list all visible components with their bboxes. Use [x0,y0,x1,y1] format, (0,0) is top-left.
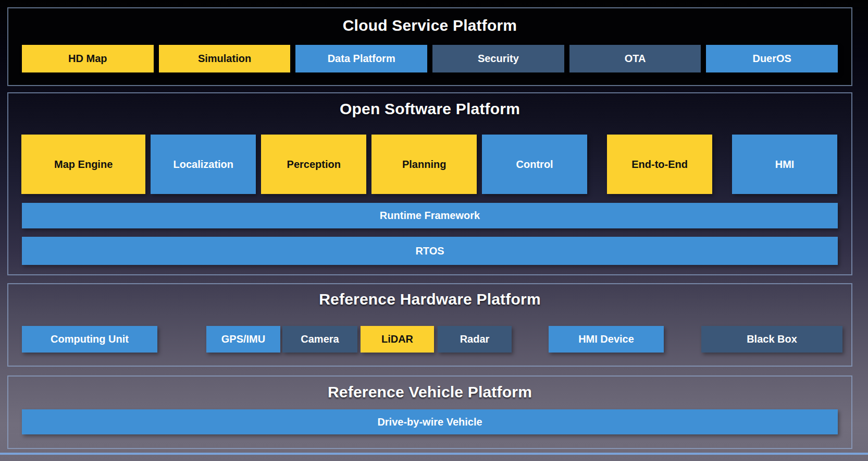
block-camera: Camera [282,326,357,353]
block-hmi: HMI [732,135,837,194]
block-drive-by-wire-vehicle: Drive-by-wire Vehicle [22,409,838,434]
block-security: Security [432,45,564,72]
hardware-blocks-row: Computing Unit GPS/IMU Camera LiDAR Rada… [22,326,842,353]
block-hmi-device: HMI Device [549,326,664,353]
block-planning: Planning [371,135,477,194]
block-black-box: Black Box [701,326,842,353]
cloud-platform-title: Cloud Service Platform [8,17,851,34]
block-lidar: LiDAR [361,326,434,353]
cloud-blocks-row: HD Map Simulation Data Platform Security… [22,45,838,72]
block-data-platform: Data Platform [295,45,427,72]
block-gps-imu: GPS/IMU [206,326,280,353]
block-map-engine: Map Engine [21,135,145,194]
bottom-divider-line [0,453,868,455]
block-control: Control [482,135,587,194]
block-radar: Radar [438,326,512,353]
block-end-to-end: End-to-End [607,135,712,194]
block-hd-map: HD Map [22,45,154,72]
block-localization: Localization [151,135,256,194]
section-reference-hardware-platform: Reference Hardware Platform Computing Un… [7,283,852,367]
block-runtime-framework: Runtime Framework [22,203,838,228]
block-computing-unit: Computing Unit [22,326,157,353]
software-modules-row: Map Engine Localization Perception Plann… [21,135,837,194]
block-ota: OTA [569,45,701,72]
hardware-platform-title: Reference Hardware Platform [8,290,851,308]
block-dueros: DuerOS [706,45,838,72]
block-simulation: Simulation [159,45,291,72]
section-cloud-service-platform: Cloud Service Platform HD Map Simulation… [7,7,852,86]
section-open-software-platform: Open Software Platform Map Engine Locali… [7,92,852,275]
vehicle-platform-title: Reference Vehicle Platform [8,383,851,401]
software-platform-title: Open Software Platform [8,100,851,118]
block-rtos: RTOS [22,237,838,265]
section-reference-vehicle-platform: Reference Vehicle Platform Drive-by-wire… [7,375,852,449]
block-perception: Perception [261,135,366,194]
